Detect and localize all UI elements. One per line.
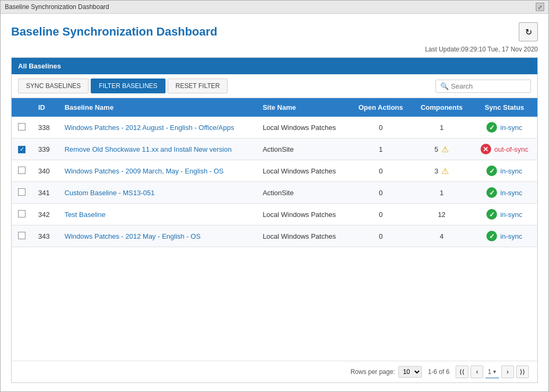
row-checkbox-cell: ✓ [12,138,32,160]
search-input[interactable] [451,82,526,90]
row-checkbox-cell [12,117,32,138]
row-name[interactable]: Windows Patches - 2012 August - English … [58,117,257,138]
component-count: 3 [434,167,438,175]
table-row: 342Test BaselineLocal Windows Patches012… [12,204,537,225]
title-bar: Baseline Synchronization Dashboard ⤢ [1,1,548,14]
components-cell: 12 [418,211,465,219]
sync-cell: ✓in-sync [478,187,531,198]
table-footer: Rows per page: 10 20 50 1-6 of 6 ⟨⟨ ‹ 1 … [12,361,537,382]
sync-label: in-sync [500,167,522,175]
filter-baselines-button[interactable]: FILTER BASELINES [91,79,165,93]
row-components: 12 [412,204,471,225]
sync-ok-icon: ✓ [486,165,497,176]
refresh-button[interactable]: ↻ [519,22,538,41]
row-name[interactable]: Test Baseline [58,204,257,225]
last-page-button[interactable]: ⟩⟩ [516,365,529,378]
baseline-name-link[interactable]: Windows Patches - 2012 August - English … [65,124,234,132]
table-container: ID Baseline Name Site Name Open Actions … [12,98,537,361]
sync-label: in-sync [500,189,522,197]
sync-label: out-of-sync [494,145,528,153]
row-checkbox[interactable] [18,167,25,174]
component-count: 1 [440,189,443,197]
sync-cell: ✓in-sync [478,209,531,220]
main-content: Baseline Synchronization Dashboard ↻ Las… [1,14,548,391]
row-id: 342 [32,204,58,225]
rows-per-page-select[interactable]: 10 20 50 [398,366,422,378]
row-open-actions: 1 [350,138,412,160]
row-checkbox-cell [12,182,32,204]
row-sync-status: ✓in-sync [472,182,537,204]
row-site: Local Windows Patches [256,160,350,182]
component-count: 1 [440,124,443,132]
row-checkbox-cell [12,160,32,182]
table-row: 341Custom Baseline - MS13-051ActionSite0… [12,182,537,204]
row-checkbox[interactable] [18,188,25,196]
row-open-actions: 0 [350,182,412,204]
row-open-actions: 0 [350,117,412,138]
row-checkbox-cell [12,204,32,225]
first-page-button[interactable]: ⟨⟨ [456,365,468,378]
row-open-actions: 0 [350,225,412,247]
baseline-name-link[interactable]: Windows Patches - 2009 March, May - Engl… [65,167,224,175]
sync-cell: ✓in-sync [478,165,531,176]
refresh-icon: ↻ [525,27,532,37]
row-sync-status: ✓in-sync [472,204,537,225]
sync-ok-icon: ✓ [486,209,497,220]
row-checkbox[interactable] [18,123,25,130]
components-cell: 4 [418,232,465,240]
row-sync-status: ✓in-sync [472,160,537,182]
range-label: 1-6 of 6 [428,368,450,376]
sync-cell: ✕out-of-sync [478,144,531,154]
baselines-table: ID Baseline Name Site Name Open Actions … [12,98,537,247]
sync-cell: ✓in-sync [478,231,531,241]
baseline-name-link[interactable]: Windows Patches - 2012 May - English - O… [65,232,201,240]
baselines-panel: All Baselines SYNC BASELINES FILTER BASE… [11,57,538,383]
row-checkbox-cell [12,225,32,247]
components-cell: 5⚠ [418,144,465,154]
pagination: ⟨⟨ ‹ 1 ▼ › ⟩⟩ [456,365,529,378]
row-name[interactable]: Windows Patches - 2009 March, May - Engl… [58,160,257,182]
col-id: ID [32,98,58,117]
component-count: 5 [434,145,438,153]
components-cell: 3⚠ [418,166,465,176]
row-checkbox[interactable] [18,232,25,239]
row-name[interactable]: Windows Patches - 2012 May - English - O… [58,225,257,247]
row-open-actions: 0 [350,204,412,225]
baseline-name-link[interactable]: Remove Old Shockwave 11.xx and Install N… [65,145,232,153]
row-name[interactable]: Custom Baseline - MS13-051 [58,182,257,204]
row-open-actions: 0 [350,160,412,182]
col-sync-status: Sync Status [472,98,537,117]
row-site: ActionSite [256,138,350,160]
row-checkbox[interactable]: ✓ [18,146,25,153]
current-page: 1 [487,366,491,378]
maximize-button[interactable]: ⤢ [536,3,544,11]
prev-page-button[interactable]: ‹ [470,365,483,378]
col-components: Components [412,98,471,117]
sync-label: in-sync [500,124,522,132]
row-components: 3⚠ [412,160,471,182]
warning-icon: ⚠ [441,166,449,176]
panel-title: All Baselines [12,58,537,74]
row-sync-status: ✕out-of-sync [472,138,537,160]
table-header-row: ID Baseline Name Site Name Open Actions … [12,98,537,117]
components-cell: 1 [418,124,465,132]
row-name[interactable]: Remove Old Shockwave 11.xx and Install N… [58,138,257,160]
sync-baselines-button[interactable]: SYNC BASELINES [18,79,89,93]
table-row: 343Windows Patches - 2012 May - English … [12,225,537,247]
next-page-button[interactable]: › [501,365,514,378]
component-count: 4 [440,232,443,240]
row-components: 5⚠ [412,138,471,160]
col-name: Baseline Name [58,98,257,117]
row-id: 339 [32,138,58,160]
reset-filter-button[interactable]: RESET FILTER [168,79,228,93]
row-checkbox[interactable] [18,210,25,217]
baseline-name-link[interactable]: Test Baseline [65,211,106,219]
baseline-name-link[interactable]: Custom Baseline - MS13-051 [65,189,155,197]
row-site: ActionSite [256,182,350,204]
last-update-text: Last Update:09:29:10 Tue, 17 Nov 2020 [11,46,538,53]
row-site: Local Windows Patches [256,225,350,247]
window-controls: ⤢ [536,3,544,11]
sync-ok-icon: ✓ [486,187,497,198]
toolbar: SYNC BASELINES FILTER BASELINES RESET FI… [12,74,537,98]
search-wrapper: 🔍 [435,80,531,93]
